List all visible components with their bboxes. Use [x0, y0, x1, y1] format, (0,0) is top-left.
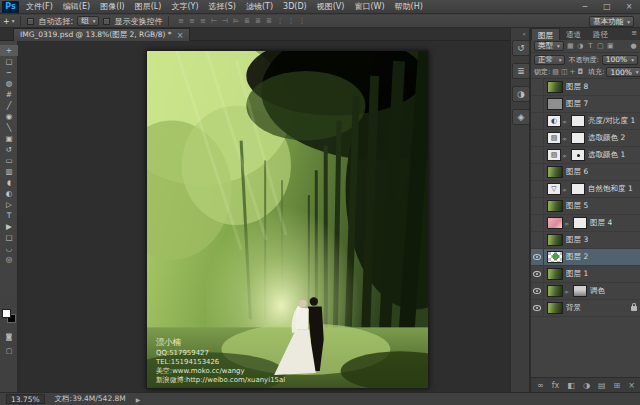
- new-group-icon[interactable]: ▤: [598, 381, 606, 390]
- visibility-toggle[interactable]: [531, 164, 544, 181]
- shape-tool[interactable]: □: [0, 232, 18, 243]
- visibility-toggle[interactable]: [531, 130, 544, 147]
- quick-mask-button[interactable]: ◙: [0, 333, 18, 341]
- layer-row[interactable]: ∞图层 4: [531, 215, 640, 232]
- opacity-dropdown[interactable]: 100%▾: [602, 55, 638, 65]
- auto-select-dropdown[interactable]: 组▾: [77, 16, 99, 26]
- lasso-tool[interactable]: ∽: [0, 67, 18, 78]
- visibility-toggle[interactable]: [531, 181, 544, 198]
- lock-pixels-icon[interactable]: ◫: [561, 68, 568, 76]
- menu-item-7[interactable]: 3D(D): [278, 0, 312, 13]
- align-top-edges-icon[interactable]: ≡: [175, 17, 186, 25]
- layer-row[interactable]: 图层 3: [531, 232, 640, 249]
- pen-tool[interactable]: ▷: [0, 199, 18, 210]
- blend-mode-dropdown[interactable]: 正常▾: [534, 55, 565, 65]
- layer-row[interactable]: ∞调色: [531, 283, 640, 300]
- visibility-toggle[interactable]: [531, 232, 544, 249]
- workspace-switcher[interactable]: 基本功能▾: [589, 16, 634, 27]
- panel-tab-2[interactable]: 路径: [587, 28, 614, 40]
- lock-transparency-icon[interactable]: ▨: [552, 68, 559, 76]
- show-transform-checkbox[interactable]: [103, 18, 110, 25]
- screen-mode-button[interactable]: ▢: [0, 347, 18, 355]
- hand-tool[interactable]: ◡: [0, 243, 18, 254]
- spot-healing-brush-tool[interactable]: ◉: [0, 111, 18, 122]
- layer-row[interactable]: 图层 7: [531, 96, 640, 113]
- layer-style-icon[interactable]: fx: [552, 381, 560, 390]
- layer-row[interactable]: 图层 6: [531, 164, 640, 181]
- filter-type-layers-icon[interactable]: T: [586, 42, 595, 50]
- align-horizontal-centers-icon[interactable]: ⊣: [219, 17, 230, 25]
- adjustment-layer-icon[interactable]: ▧: [547, 132, 561, 144]
- align-right-edges-icon[interactable]: ⊨: [230, 17, 241, 25]
- fill-dropdown[interactable]: 100%▾: [606, 67, 640, 77]
- layer-mask-thumbnail[interactable]: [571, 115, 585, 127]
- lock-position-icon[interactable]: +: [570, 68, 576, 76]
- path-selection-tool[interactable]: ▶: [0, 221, 18, 232]
- delete-layer-icon[interactable]: ×: [628, 381, 635, 390]
- quick-selection-tool[interactable]: ◍: [0, 78, 18, 89]
- layer-thumbnail[interactable]: [547, 200, 563, 212]
- menu-item-9[interactable]: 窗口(W): [349, 0, 389, 13]
- properties-panel-icon[interactable]: ≣: [512, 63, 530, 79]
- status-options-icon[interactable]: ▶: [136, 396, 141, 403]
- menu-item-5[interactable]: 选择(S): [204, 0, 241, 13]
- layer-row[interactable]: ▧∞选取颜色 2: [531, 130, 640, 147]
- eyedropper-tool[interactable]: ╱: [0, 100, 18, 111]
- layer-thumbnail[interactable]: [547, 251, 563, 263]
- layer-thumbnail[interactable]: [547, 81, 563, 93]
- gradient-tool[interactable]: ▥: [0, 166, 18, 177]
- dodge-tool[interactable]: ◐: [0, 188, 18, 199]
- layer-row[interactable]: 图层 2: [531, 249, 640, 266]
- current-tool-icon[interactable]: +▾: [3, 17, 14, 26]
- layer-thumbnail[interactable]: [547, 234, 563, 246]
- align-bottom-edges-icon[interactable]: ≡: [197, 17, 208, 25]
- distribute-bottom-icon[interactable]: ≣: [263, 17, 274, 25]
- adjustments-panel-icon[interactable]: ◑: [512, 86, 530, 102]
- menu-item-3[interactable]: 图层(L): [130, 0, 167, 13]
- panel-tab-1[interactable]: 通道: [560, 28, 587, 40]
- menu-item-0[interactable]: 文件(F): [21, 0, 58, 13]
- type-tool[interactable]: T: [0, 210, 18, 221]
- layer-thumbnail[interactable]: [547, 166, 563, 178]
- layer-thumbnail[interactable]: [547, 217, 563, 229]
- filter-smart-objects-icon[interactable]: ▣: [606, 42, 615, 50]
- layer-thumbnail[interactable]: [547, 285, 563, 297]
- new-adjustment-layer-icon[interactable]: ◑: [583, 381, 590, 390]
- new-layer-icon[interactable]: ⊞: [614, 381, 621, 390]
- filter-type-dropdown[interactable]: 类型▾: [534, 41, 564, 51]
- close-button[interactable]: ×: [622, 1, 636, 13]
- visibility-toggle[interactable]: [531, 147, 544, 164]
- document-tab[interactable]: IMG_0319.psd @ 13.8%(图层 2, RGB/8) * ×: [13, 28, 190, 41]
- adjustment-layer-icon[interactable]: ◐: [547, 115, 561, 127]
- collapse-dock-icon[interactable]: «: [522, 30, 526, 37]
- filter-pixel-layers-icon[interactable]: ▦: [566, 42, 575, 50]
- filter-shape-layers-icon[interactable]: ▢: [596, 42, 605, 50]
- layer-row[interactable]: 图层 8: [531, 79, 640, 96]
- menu-item-8[interactable]: 视图(V): [312, 0, 350, 13]
- panel-menu-icon[interactable]: ≡: [631, 29, 637, 37]
- layer-row[interactable]: ◐∞亮度/对比度 1: [531, 113, 640, 130]
- layer-row[interactable]: ▽∞自然饱和度 1: [531, 181, 640, 198]
- move-tool[interactable]: +: [0, 45, 18, 56]
- maximize-button[interactable]: □: [600, 1, 614, 13]
- layer-mask-thumbnail[interactable]: [571, 183, 585, 195]
- add-layer-mask-icon[interactable]: ◧: [567, 381, 575, 390]
- visibility-toggle[interactable]: [531, 266, 544, 283]
- visibility-toggle[interactable]: [531, 283, 544, 300]
- foreground-color-swatch[interactable]: [2, 309, 11, 318]
- panel-tab-0[interactable]: 图层: [531, 28, 560, 40]
- distribute-center-icon[interactable]: ⋮: [285, 17, 296, 25]
- crop-tool[interactable]: #: [0, 89, 18, 100]
- menu-item-10[interactable]: 帮助(H): [390, 0, 428, 13]
- visibility-toggle[interactable]: [531, 300, 544, 317]
- layer-mask-thumbnail[interactable]: [571, 149, 585, 161]
- distribute-right-icon[interactable]: ⋮: [296, 17, 307, 25]
- menu-item-6[interactable]: 滤镜(T): [241, 0, 278, 13]
- blur-tool[interactable]: ◖: [0, 177, 18, 188]
- layer-mask-thumbnail[interactable]: [573, 285, 587, 297]
- zoom-level-field[interactable]: 13.75%: [6, 394, 45, 404]
- minimize-button[interactable]: ─: [578, 1, 592, 13]
- layer-thumbnail[interactable]: [547, 302, 563, 314]
- lock-all-icon[interactable]: ◘: [577, 68, 583, 76]
- adjustment-layer-icon[interactable]: ▧: [547, 149, 561, 161]
